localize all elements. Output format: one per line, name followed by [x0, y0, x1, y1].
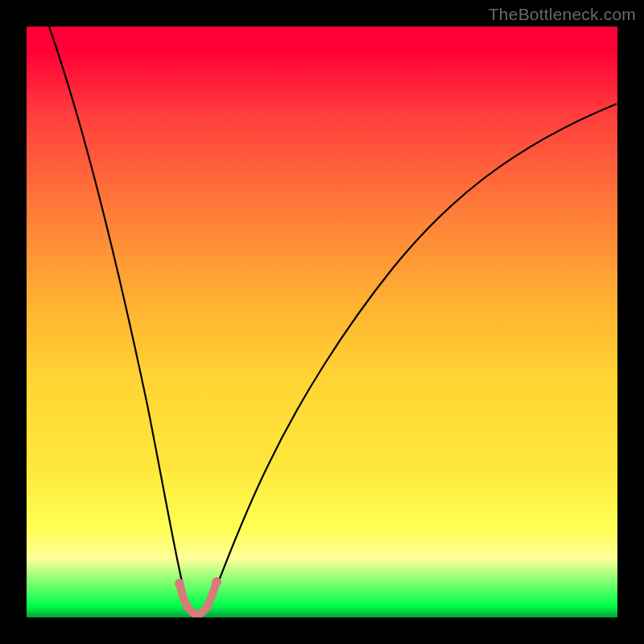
watermark-text: TheBottleneck.com — [489, 5, 636, 24]
valley-dot-left — [175, 579, 184, 588]
valley-dot-mid1 — [184, 603, 192, 612]
valley-dot-right — [212, 577, 221, 587]
curve-layer — [27, 27, 617, 617]
plot-area — [27, 27, 617, 617]
chart-stage: TheBottleneck.com — [0, 0, 644, 644]
valley-dot-mid3 — [203, 603, 212, 612]
bottleneck-curve — [49, 27, 617, 612]
